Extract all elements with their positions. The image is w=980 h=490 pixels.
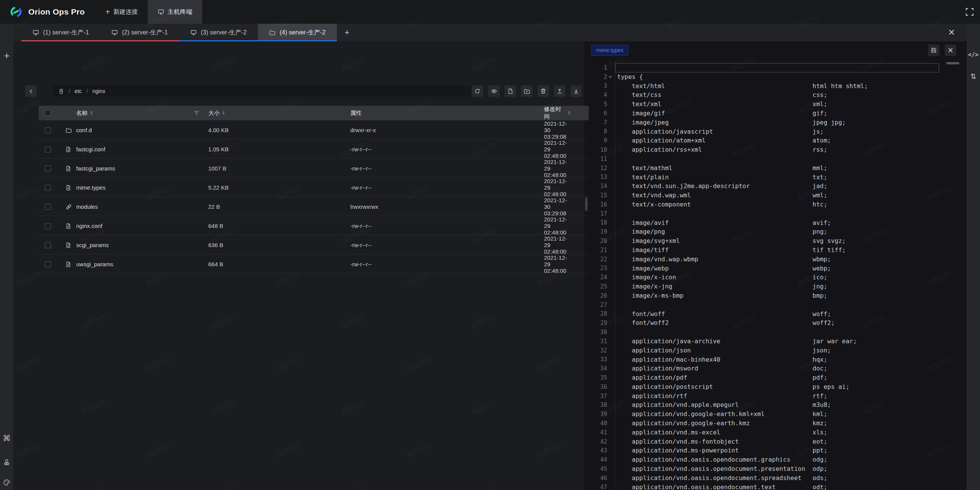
editor-file-tab[interactable]: mime.types xyxy=(591,45,628,56)
code-line[interactable]: 14 text/vnd.sun.j2me.app-descriptor jad; xyxy=(589,182,967,191)
code-line[interactable]: 9 application/atom+xml atom; xyxy=(589,136,967,145)
code-line[interactable]: 42 application/vnd.ms-fontobject eot; xyxy=(589,437,967,446)
file-row[interactable]: nginx.conf648 B-rw-r--r--2021-12-29 02:4… xyxy=(39,216,595,235)
sort-order-icon[interactable]: ⇅ xyxy=(967,72,980,81)
breadcrumb-segment-nginx[interactable]: nginx xyxy=(92,88,105,94)
code-line[interactable]: 43 application/vnd.ms-powerpoint ppt; xyxy=(589,446,967,455)
file-row[interactable]: uwsgi_params664 B-rw-r--r--2021-12-29 02… xyxy=(39,254,595,274)
code-line[interactable]: 5 text/xml xml; xyxy=(589,100,967,109)
row-checkbox[interactable] xyxy=(45,185,51,191)
code-line[interactable]: 27 xyxy=(589,300,967,310)
tab-add-button[interactable]: + xyxy=(337,24,357,41)
column-name[interactable]: 名称 ▲▼ xyxy=(76,110,93,117)
row-checkbox[interactable] xyxy=(45,223,51,229)
code-line[interactable]: 18 image/avif avif; xyxy=(589,218,967,228)
code-line[interactable]: 20 image/svg+xml svg svgz; xyxy=(589,236,967,246)
code-line[interactable]: 24 image/x-icon ico; xyxy=(589,273,967,282)
upload-button[interactable] xyxy=(554,85,565,97)
code-line[interactable]: 34 application/msword doc; xyxy=(589,364,967,373)
filter-icon[interactable] xyxy=(194,110,199,116)
code-line[interactable]: 13 text/plain txt; xyxy=(589,173,967,182)
code-line[interactable]: 22 image/vnd.wap.wbmp wbmp; xyxy=(589,255,967,264)
new-folder-button[interactable] xyxy=(521,85,532,97)
code-line[interactable]: 3 text/html html htm shtml; xyxy=(589,82,967,91)
code-line[interactable]: 7 image/jpeg jpeg jpg; xyxy=(589,118,967,127)
code-line[interactable]: 26 image/x-ms-bmp bmp; xyxy=(589,291,967,300)
download-button[interactable] xyxy=(570,85,582,97)
code-line[interactable]: 23 image/webp webp; xyxy=(589,264,967,273)
file-row[interactable]: scgi_params636 B-rw-r--r--2021-12-29 02:… xyxy=(39,235,595,254)
terminal-tab[interactable]: (2) server-生产-1 xyxy=(100,24,179,41)
nav-host-terminal[interactable]: 主机终端 xyxy=(148,0,202,24)
file-row[interactable]: conf.d4.00 KBdrwxr-xr-x2021-12-30 03:29:… xyxy=(39,120,595,139)
terminal-tab[interactable]: (4) server-生产-2 xyxy=(258,24,337,41)
code-line[interactable]: 10 application/rss+xml rss; xyxy=(589,145,967,154)
sort-icon[interactable]: ▲▼ xyxy=(222,111,225,115)
code-line[interactable]: 46 application/vnd.oasis.opendocument.sp… xyxy=(589,474,967,483)
theme-palette-icon[interactable] xyxy=(0,479,13,486)
save-button[interactable] xyxy=(928,44,939,56)
code-line[interactable]: 31 application/java-archive jar war ear; xyxy=(589,337,967,346)
refresh-button[interactable] xyxy=(472,85,483,97)
command-shortcut-button[interactable]: ⌘ xyxy=(0,434,13,443)
row-checkbox[interactable] xyxy=(45,261,51,267)
stamp-icon[interactable] xyxy=(0,458,13,465)
code-line[interactable]: 15 text/vnd.wap.wml wml; xyxy=(589,191,967,200)
column-size[interactable]: 大小 ▲▼ xyxy=(208,110,350,117)
delete-trash-button[interactable] xyxy=(537,85,549,97)
code-line[interactable]: 30 xyxy=(589,328,967,337)
panel-splitter[interactable] xyxy=(584,41,589,490)
code-snippet-icon[interactable]: </> xyxy=(967,51,980,58)
code-line[interactable]: 17 xyxy=(589,209,967,218)
editor-close-button[interactable]: ✕ xyxy=(945,44,956,56)
code-line[interactable]: 35 application/pdf pdf; xyxy=(589,373,967,382)
file-row[interactable]: fastcgi_params1007 B-rw-r--r--2021-12-29… xyxy=(39,159,595,178)
code-line[interactable]: 6 image/gif gif; xyxy=(589,109,967,118)
splitter-grip-icon[interactable] xyxy=(585,197,588,211)
fold-chevron-icon[interactable] xyxy=(608,75,612,79)
code-editor[interactable]: 12types {3 text/html html htm shtml;4 te… xyxy=(589,60,967,490)
nav-new-connection[interactable]: + 新建连接 xyxy=(95,0,148,24)
code-line[interactable]: 47 application/vnd.oasis.opendocument.te… xyxy=(589,483,967,490)
code-line[interactable]: 4 text/css css; xyxy=(589,90,967,100)
row-checkbox[interactable] xyxy=(45,146,51,152)
file-row[interactable]: modules22 Blrwxrwxrwx2021-12-30 03:29:08 xyxy=(39,197,595,216)
code-line[interactable]: 16 text/x-component htc; xyxy=(589,200,967,209)
code-line[interactable]: 39 application/vnd.google-earth.kml+xml … xyxy=(589,410,967,419)
code-line[interactable]: 40 application/vnd.google-earth.kmz kmz; xyxy=(589,419,967,428)
breadcrumb-segment-etc[interactable]: etc xyxy=(75,88,82,94)
preview-eye-button[interactable] xyxy=(488,85,500,97)
row-checkbox[interactable] xyxy=(45,204,51,210)
code-line[interactable]: 8 application/javascript js; xyxy=(589,127,967,136)
file-row[interactable]: fastcgi.conf1.05 KB-rw-r--r--2021-12-29 … xyxy=(39,139,595,159)
code-line[interactable]: 12 text/mathml mml; xyxy=(589,164,967,173)
code-line[interactable]: 44 application/vnd.oasis.opendocument.gr… xyxy=(589,455,967,464)
back-button[interactable] xyxy=(25,85,37,97)
code-line[interactable]: 1 xyxy=(589,63,967,72)
code-line[interactable]: 33 application/mac-binhex40 hqx; xyxy=(589,355,967,364)
code-line[interactable]: 41 application/vnd.ms-excel xls; xyxy=(589,428,967,437)
code-line[interactable]: 45 application/vnd.oasis.opendocument.pr… xyxy=(589,464,967,474)
terminal-tab[interactable]: (1) server-生产-1 xyxy=(21,24,100,41)
breadcrumb[interactable]: / etc / nginx xyxy=(53,85,481,97)
code-line[interactable]: 28 font/woff woff; xyxy=(589,310,967,319)
sort-icon[interactable]: ▲▼ xyxy=(568,111,571,115)
code-line[interactable]: 2types { xyxy=(589,72,967,82)
file-row[interactable]: mime.types5.22 KB-rw-r--r--2021-12-29 02… xyxy=(39,178,595,197)
code-line[interactable]: 19 image/png png; xyxy=(589,227,967,236)
code-line[interactable]: 38 application/vnd.apple.mpegurl m3u8; xyxy=(589,400,967,410)
code-line[interactable]: 37 application/rtf rtf; xyxy=(589,392,967,401)
tabs-close-button[interactable]: ✕ xyxy=(948,24,955,41)
new-file-button[interactable] xyxy=(505,85,516,97)
row-checkbox[interactable] xyxy=(45,127,51,133)
select-all-checkbox[interactable] xyxy=(45,110,51,116)
terminal-tab[interactable]: (3) server-生产-2 xyxy=(179,24,258,41)
code-line[interactable]: 32 application/json json; xyxy=(589,346,967,355)
code-line[interactable]: 21 image/tiff tif tiff; xyxy=(589,246,967,255)
sort-icon[interactable]: ▲▼ xyxy=(90,111,93,115)
code-line[interactable]: 11 xyxy=(589,154,967,164)
code-line[interactable]: 25 image/x-jng jng; xyxy=(589,282,967,291)
code-line[interactable]: 29 font/woff2 woff2; xyxy=(589,318,967,328)
fullscreen-icon[interactable] xyxy=(965,7,975,17)
code-line[interactable]: 36 application/postscript ps eps ai; xyxy=(589,382,967,392)
